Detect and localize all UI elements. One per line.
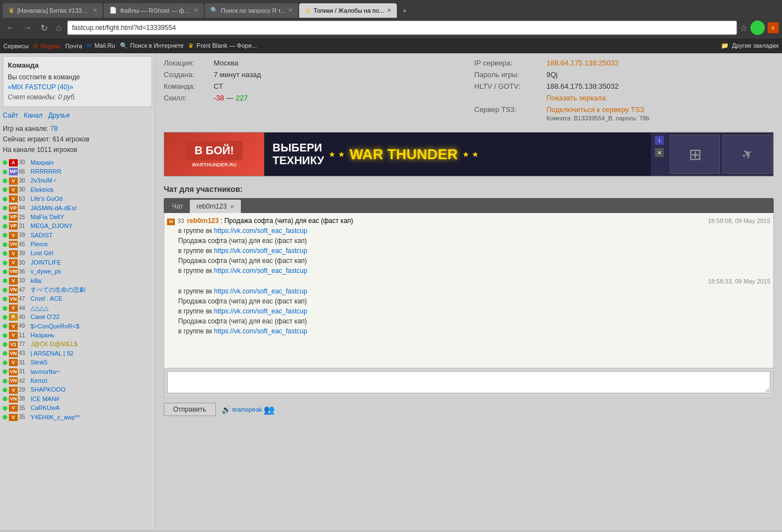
player-name[interactable]: MaFia`DellY [31, 213, 64, 221]
player-name[interactable]: SADIST [31, 231, 53, 240]
tab-1[interactable]: ♛ [Началась] Битва #13339... ✕ [3, 3, 103, 18]
tab-3[interactable]: 🔍 Поиск по запросу Я т... ✕ [205, 3, 298, 18]
nav-channel[interactable]: Канал [24, 112, 43, 119]
chat-input-area [164, 368, 774, 398]
chat-link[interactable]: https://vk.com/soft_eac_fastcup [214, 267, 307, 275]
new-tab-button[interactable]: + [400, 5, 410, 16]
list-item: V49$>ConQueRoR<$ [3, 322, 152, 331]
player-level: 39 [19, 231, 29, 239]
player-name[interactable]: Lost Girl [31, 249, 53, 257]
player-name[interactable]: RRRRRRR [31, 168, 62, 176]
chat-text: в группе вк https://vk.com/soft_eac_fast… [178, 246, 770, 256]
chat-timestamp: 18:58:33, 09 May 2015 [708, 277, 770, 286]
bookmark-services[interactable]: Сервисы [3, 43, 29, 49]
player-badge: V [9, 186, 18, 194]
player-name[interactable]: Cruel . ACE [31, 295, 62, 303]
player-name[interactable]: CaRKUwA [31, 404, 60, 412]
send-button[interactable]: Отправить [164, 403, 216, 416]
home-button[interactable]: ⌂ [53, 22, 64, 34]
player-badge: V [9, 259, 18, 266]
player-name[interactable]: Саня О'22 [31, 313, 59, 321]
extension-icon[interactable]: ≡ [768, 22, 779, 33]
player-name[interactable]: JOINTLIFE [31, 259, 61, 267]
tab-1-close[interactable]: ✕ [93, 7, 97, 13]
chat-link[interactable]: https://vk.com/soft_eac_fastcup [214, 327, 307, 335]
bookmark-mail[interactable]: Почта [65, 43, 83, 49]
player-name[interactable]: $>ConQueRoR<$ [31, 322, 79, 331]
online-dot [3, 270, 7, 274]
pb-label: Point Blank — Форе... [196, 42, 257, 49]
player-level: 11 [19, 332, 29, 340]
ad-inner: В БОЙ! WARTHUNDER.RU ВЫБЕРИ ТЕХНИКУ ★ ★ … [164, 133, 773, 176]
ad-info-button[interactable]: i [655, 136, 664, 145]
bookmark-mailru[interactable]: ✉ Mail.Ru [87, 42, 115, 49]
reload-button[interactable]: ↻ [38, 22, 51, 34]
tab-4[interactable]: ♛ Топики / Жалобы на по... ✕ [299, 3, 397, 18]
extension-button[interactable] [750, 21, 765, 35]
forward-button[interactable]: → [21, 22, 35, 34]
hltv-row: HLTV / GOTV: 188.64.175.138:35032 [475, 82, 774, 90]
chat-link[interactable]: https://vk.com/soft_eac_fastcup [214, 307, 307, 315]
ad-close-button[interactable]: ✕ [655, 148, 664, 157]
chat-input[interactable] [167, 371, 770, 393]
back-button[interactable]: ← [3, 22, 18, 34]
skill-value-neg: -38 [214, 94, 224, 102]
tab-4-close[interactable]: ✕ [387, 7, 391, 13]
other-bookmarks[interactable]: 📁 Другие закладки [721, 42, 779, 49]
player-name[interactable]: 2v3nuM♀ [31, 176, 57, 185]
chat-tab-user[interactable]: reb0rn123 ✕ [190, 200, 241, 213]
nav-friends[interactable]: Друзья [48, 112, 70, 119]
player-name[interactable]: killa: [31, 277, 43, 285]
player-name[interactable]: Kemzi [31, 377, 48, 385]
player-name[interactable]: Elektrick [31, 186, 54, 194]
bookmark-pointblank[interactable]: ♛ Point Blank — Форе... [188, 42, 257, 49]
tab-3-close[interactable]: ✕ [288, 7, 292, 13]
chat-text: Продажа софта (чита) для еас (фаст кап) [178, 316, 770, 326]
player-name[interactable]: v_dywe_ps [31, 267, 61, 276]
bookmark-yandex[interactable]: Я Яндекс [33, 43, 61, 49]
player-badge: V [9, 178, 18, 185]
games-link[interactable]: 78 [51, 125, 58, 133]
player-name[interactable]: lavmorftw~ [31, 368, 60, 376]
player-badge: V [9, 250, 18, 257]
chat-text: в группе вк https://vk.com/soft_eac_fast… [178, 306, 770, 316]
player-name[interactable]: Life's GoOd [31, 195, 63, 203]
tab-2[interactable]: 📄 Файлы — RGhost — фай... ✕ [104, 3, 204, 18]
player-name[interactable]: SHAPKOOO [31, 386, 65, 394]
player-name[interactable]: △△△△ [31, 304, 48, 312]
chat-msg-header: 18:58:33, 09 May 2015 [167, 277, 770, 286]
chat-tab-default[interactable]: Чат [165, 200, 190, 213]
ts3-connect[interactable]: Подключиться к серверу TS3 [547, 105, 650, 114]
nav-site[interactable]: Сайт [3, 112, 18, 119]
bookmark-star-button[interactable]: ☆ [740, 23, 748, 33]
chat-msg-header: M 33 reb0rn123 : Продажа софта (чита) дл… [167, 216, 770, 226]
tab-2-close[interactable]: ✕ [194, 7, 198, 13]
player-name[interactable]: Stink5 [31, 358, 48, 367]
ad-cta-button[interactable]: В БОЙ! [186, 141, 243, 160]
bookmark-search[interactable]: 🔍 Поиск в Интернете [120, 42, 184, 49]
chat-link[interactable]: https://vk.com/soft_eac_fastcup [214, 247, 307, 255]
address-bar[interactable] [67, 21, 737, 35]
player-name[interactable]: J@CK D@NIEL$ [31, 340, 78, 348]
player-badge: V [9, 232, 18, 239]
chat-link[interactable]: https://vk.com/soft_eac_fastcup [214, 287, 307, 295]
player-name[interactable]: MEGA_DJONY [31, 222, 73, 230]
player-name[interactable]: Maxpain [31, 159, 54, 167]
mirror-link[interactable]: Показать зеркала [547, 94, 606, 102]
player-name[interactable]: | ARSENAL | 92 [31, 349, 73, 358]
player-name[interactable]: ICE MAN# [31, 395, 59, 403]
team-link[interactable]: «MIX FASTCUP (40)» [8, 83, 73, 91]
chat-message: M 33 reb0rn123 : Продажа софта (чита) дл… [167, 216, 770, 276]
player-name[interactable]: Назрань [31, 331, 54, 340]
chat-username: reb0rn123 [187, 217, 219, 225]
player-name[interactable]: すべての生命の悲劇 [31, 286, 85, 294]
online-dot [3, 224, 7, 229]
player-badge: V [9, 323, 18, 330]
ip-value[interactable]: 188.64.175.138:25032 [547, 59, 619, 67]
chat-tab-close[interactable]: ✕ [230, 204, 234, 210]
player-name[interactable]: JASMiN-dA-dEsI [31, 204, 77, 212]
player-name[interactable]: Y4EHIIK_c_awp** [31, 413, 80, 422]
player-name[interactable]: Pierce [31, 240, 48, 249]
ts3-room: Комната: B13339554_B, пароль: 78b [547, 115, 650, 121]
chat-link[interactable]: https://vk.com/soft_eac_fastcup [214, 227, 307, 235]
